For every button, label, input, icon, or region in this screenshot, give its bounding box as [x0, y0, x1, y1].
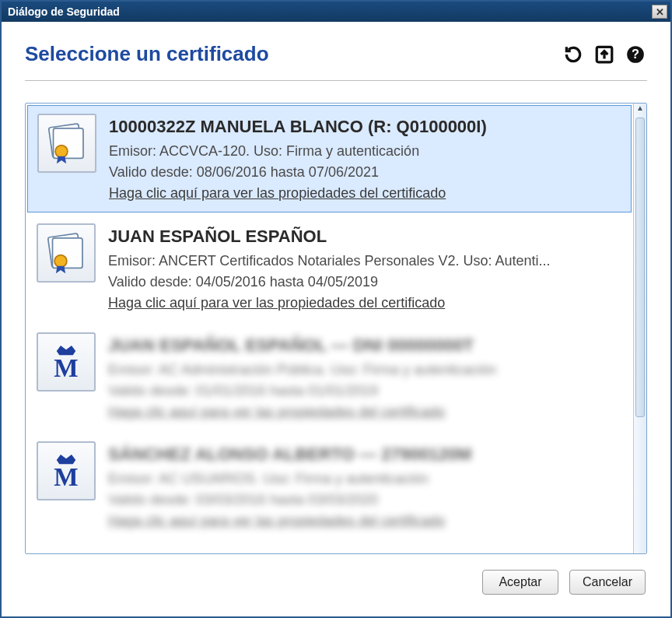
certificate-properties-link[interactable]: Haga clic aquí para ver las propiedades … — [109, 183, 621, 204]
titlebar: Diálogo de Seguridad ✕ — [2, 2, 670, 22]
certificate-item-icon — [37, 223, 96, 283]
scroll-up-arrow[interactable]: ▲ — [634, 104, 646, 117]
import-icon — [594, 44, 614, 65]
dialog-footer: Aceptar Cancelar — [25, 562, 647, 602]
certificate-item-icon: M — [37, 332, 96, 392]
svg-text:M: M — [54, 353, 78, 382]
certificate-issuer: Emisor: ANCERT Certificados Notariales P… — [108, 251, 622, 272]
import-button[interactable] — [593, 43, 616, 66]
certificate-item-icon: M — [37, 441, 96, 500]
svg-point-8 — [54, 255, 67, 268]
certificate-name: JUAN ESPAÑOL ESPAÑOL — DNI 00000000T — [108, 332, 622, 358]
close-button[interactable]: ✕ — [652, 5, 667, 19]
certificate-issuer: Emisor: AC Administración Pública. Uso: … — [108, 360, 622, 381]
certificate-name: 10000322Z MANUELA BLANCO (R: Q0100000I) — [109, 114, 621, 139]
certificate-issuer: Emisor: AC USUARIOS. Uso: Firma y autent… — [108, 469, 622, 490]
certificate-properties-link[interactable]: Haga clic aquí para ver las propiedades … — [108, 402, 622, 423]
dialog-body: Seleccione un certificado ? 10000322Z MA… — [2, 22, 670, 616]
refresh-button[interactable] — [562, 43, 585, 66]
certificate-list: 10000322Z MANUELA BLANCO (R: Q0100000I)E… — [26, 104, 633, 553]
certificate-issuer: Emisor: ACCVCA-120. Uso: Firma y autenti… — [109, 141, 621, 162]
certificate-body: 10000322Z MANUELA BLANCO (R: Q0100000I)E… — [109, 114, 621, 204]
certificate-item[interactable]: JUAN ESPAÑOL ESPAÑOLEmisor: ANCERT Certi… — [26, 214, 633, 323]
certificate-validity: Valido desde: 01/01/2016 hasta 01/01/201… — [108, 381, 622, 402]
scroll-thumb[interactable] — [635, 118, 645, 417]
certificate-item[interactable]: MSÁNCHEZ ALONSO ALBERTO — 27900120MEmiso… — [26, 432, 633, 541]
certificate-body: SÁNCHEZ ALONSO ALBERTO — 27900120MEmisor… — [108, 441, 622, 532]
svg-text:M: M — [54, 462, 78, 491]
window-title: Diálogo de Seguridad — [8, 5, 120, 18]
certificate-validity: Valido desde: 08/06/2016 hasta 07/06/202… — [109, 162, 621, 183]
certificate-icon — [45, 121, 89, 165]
page-title: Seleccione un certificado — [25, 42, 269, 66]
accept-button[interactable]: Aceptar — [482, 570, 558, 595]
close-icon: ✕ — [656, 6, 664, 18]
certificate-item-icon — [37, 114, 96, 173]
svg-point-5 — [55, 146, 68, 158]
help-button[interactable]: ? — [624, 43, 647, 66]
certificate-name: JUAN ESPAÑOL ESPAÑOL — [108, 223, 622, 249]
certificate-item[interactable]: MJUAN ESPAÑOL ESPAÑOL — DNI 00000000TEmi… — [26, 323, 633, 432]
certificate-properties-link[interactable]: Haga clic aquí para ver las propiedades … — [108, 293, 622, 314]
help-icon: ? — [625, 44, 646, 65]
security-dialog: Diálogo de Seguridad ✕ Seleccione un cer… — [0, 0, 672, 618]
certificate-item[interactable]: 10000322Z MANUELA BLANCO (R: Q0100000I)E… — [27, 105, 632, 212]
cancel-button[interactable]: Cancelar — [569, 570, 646, 595]
svg-text:?: ? — [632, 47, 639, 61]
certificate-properties-link[interactable]: Haga clic aquí para ver las propiedades … — [108, 511, 622, 532]
refresh-icon — [563, 44, 583, 65]
header: Seleccione un certificado ? — [25, 42, 647, 81]
scrollbar[interactable]: ▲ — [633, 104, 646, 553]
crown-m-icon: M — [44, 340, 88, 384]
certificate-validity: Valido desde: 03/03/2016 hasta 03/03/202… — [108, 490, 622, 511]
certificate-icon — [44, 231, 88, 275]
certificate-name: SÁNCHEZ ALONSO ALBERTO — 27900120M — [108, 441, 622, 467]
certificate-body: JUAN ESPAÑOL ESPAÑOL — DNI 00000000TEmis… — [108, 332, 622, 423]
certificate-list-container: 10000322Z MANUELA BLANCO (R: Q0100000I)E… — [25, 103, 647, 554]
toolbar: ? — [562, 43, 647, 66]
crown-m-icon: M — [44, 449, 88, 493]
certificate-body: JUAN ESPAÑOL ESPAÑOLEmisor: ANCERT Certi… — [108, 223, 622, 314]
certificate-validity: Valido desde: 04/05/2016 hasta 04/05/201… — [108, 272, 622, 293]
